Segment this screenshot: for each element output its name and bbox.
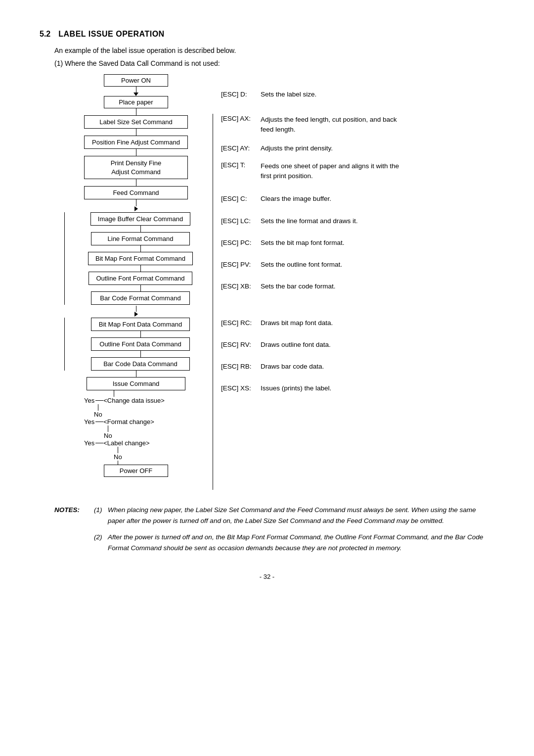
- page-container: 5.2 LABEL ISSUE OPERATION An example of …: [40, 30, 494, 580]
- desc-print-density: [ESC] AY: Adjusts the print density.: [221, 144, 333, 152]
- desc-text-line: Sets the line format and draws it.: [261, 217, 358, 225]
- box-barcode-data: Bar Code Data Command: [91, 357, 190, 371]
- desc-text-outline-fmt: Sets the outline font format.: [261, 261, 342, 268]
- desc-barcode-format: [ESC] XB: Sets the bar code format.: [221, 283, 336, 290]
- desc-code-feed: [ESC] T:: [221, 161, 261, 169]
- desc-text-bitmap-data: Draws bit map font data.: [261, 319, 333, 327]
- box-issue-command: Issue Command: [87, 377, 185, 390]
- desc-code-bitmap: [ESC] PC:: [221, 239, 261, 246]
- desc-code-buffer: [ESC] C:: [221, 195, 261, 202]
- no-label-2: No: [104, 432, 112, 439]
- desc-text-feed: Feeds one sheet of paper and aligns it w…: [261, 161, 409, 182]
- desc-text-position: Adjusts the feed length, cut position, a…: [261, 115, 409, 135]
- desc-code-outline-fmt: [ESC] PV:: [221, 261, 261, 268]
- note-text-2: After the power is turned off and on, th…: [108, 532, 484, 553]
- box-outline-font-format: Outline Font Format Command: [89, 272, 192, 285]
- intro-text: An example of the label issue operation …: [54, 47, 494, 54]
- desc-text-label-size: Sets the label size.: [261, 91, 316, 98]
- desc-position-fine: [ESC] AX: Adjusts the feed length, cut p…: [221, 115, 409, 135]
- box-place-paper: Place paper: [104, 96, 168, 108]
- section-number: 5.2: [40, 30, 50, 39]
- desc-bitmap-data: [ESC] RC: Draws bit map font data.: [221, 319, 333, 327]
- desc-code-barcode-data: [ESC] RB:: [221, 363, 261, 370]
- desc-barcode-data: [ESC] RB: Draws bar code data.: [221, 363, 324, 370]
- box-bitmap-font-format: Bit Map Font Format Command: [88, 252, 193, 265]
- desc-code-label-size: [ESC] D:: [221, 91, 261, 98]
- no-label-1: No: [94, 411, 102, 418]
- desc-bitmap-format: [ESC] PC: Sets the bit map font format.: [221, 239, 345, 246]
- format-change-label: <Format change>: [103, 418, 154, 425]
- box-print-density: Print Density FineAdjust Command: [84, 156, 188, 179]
- feedback-section: Yes <Change data issue> No: [64, 390, 208, 465]
- box-image-buffer-clear: Image Buffer Clear Command: [90, 212, 190, 226]
- flowchart-column: Power ON Place paper Label Size Set Comm…: [64, 74, 208, 477]
- numbered-item: (1) Where the Saved Data Call Command is…: [54, 59, 494, 67]
- desc-text-bitmap: Sets the bit map font format.: [261, 239, 345, 246]
- desc-code-bitmap-data: [ESC] RC:: [221, 319, 261, 327]
- box-position-fine: Position Fine Adjust Command: [84, 136, 188, 149]
- note-num-1: (1): [94, 505, 108, 516]
- desc-label-size: [ESC] D: Sets the label size.: [221, 91, 316, 98]
- box-line-format: Line Format Command: [91, 232, 190, 245]
- desc-code-line: [ESC] LC:: [221, 217, 261, 225]
- desc-text-outline-data: Draws outline font data.: [261, 341, 331, 348]
- yes-label-1: Yes: [84, 397, 94, 404]
- desc-line-format: [ESC] LC: Sets the line format and draws…: [221, 217, 358, 225]
- label-change-label: <Label change>: [103, 439, 149, 447]
- descriptions-column: [ESC] D: Sets the label size. [ESC] AX: …: [213, 74, 494, 399]
- box-bitmap-data: Bit Map Font Data Command: [91, 318, 190, 331]
- desc-issue: [ESC] XS: Issues (prints) the label.: [221, 384, 331, 392]
- yes-label-3: Yes: [84, 439, 94, 447]
- diagram-area: Power ON Place paper Label Size Set Comm…: [64, 74, 494, 490]
- desc-code-outline-data: [ESC] RV:: [221, 341, 261, 348]
- desc-code-barcode-fmt: [ESC] XB:: [221, 283, 261, 290]
- box-outline-data: Outline Font Data Command: [91, 337, 190, 351]
- desc-outline-data: [ESC] RV: Draws outline font data.: [221, 341, 331, 348]
- box-feed-command: Feed Command: [84, 186, 188, 199]
- note-item-1: (1) When placing new paper, the Label Si…: [94, 505, 494, 526]
- desc-text-issue: Issues (prints) the label.: [261, 384, 331, 392]
- desc-outline-format: [ESC] PV: Sets the outline font format.: [221, 261, 342, 268]
- note-text-1: When placing new paper, the Label Size S…: [108, 505, 484, 526]
- box-label-size: Label Size Set Command: [84, 115, 188, 129]
- box-power-off: Power OFF: [104, 465, 168, 477]
- desc-image-buffer: [ESC] C: Clears the image buffer.: [221, 195, 331, 202]
- note-num-2: (2): [94, 532, 108, 543]
- desc-text-density: Adjusts the print density.: [261, 144, 333, 152]
- desc-feed: [ESC] T: Feeds one sheet of paper and al…: [221, 161, 409, 182]
- notes-label: NOTES:: [54, 505, 94, 516]
- notes-section: NOTES: (1) When placing new paper, the L…: [40, 505, 494, 553]
- box-barcode-format: Bar Code Format Command: [91, 291, 190, 305]
- desc-text-barcode-fmt: Sets the bar code format.: [261, 283, 336, 290]
- box-power-on: Power ON: [104, 74, 168, 87]
- desc-code-density: [ESC] AY:: [221, 144, 261, 152]
- no-label-3: No: [114, 453, 122, 461]
- desc-text-barcode-data: Draws bar code data.: [261, 363, 324, 370]
- desc-text-buffer: Clears the image buffer.: [261, 195, 331, 202]
- note-item-2: (2) After the power is turned off and on…: [94, 532, 494, 553]
- desc-code-position: [ESC] AX:: [221, 115, 261, 122]
- yes-label-2: Yes: [84, 418, 94, 425]
- section-title: LABEL ISSUE OPERATION: [58, 30, 164, 39]
- page-number: - 32 -: [40, 573, 494, 580]
- change-data-label: <Change data issue>: [103, 397, 165, 404]
